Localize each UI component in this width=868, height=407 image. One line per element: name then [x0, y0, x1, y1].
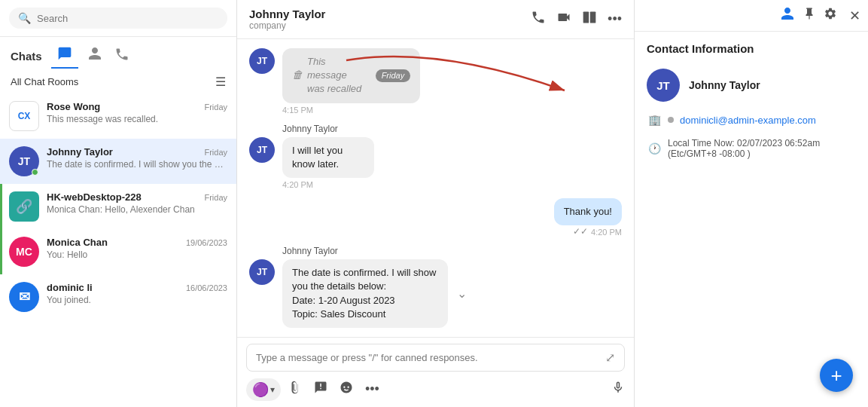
accent-bar	[0, 184, 2, 229]
msg-bubble: Thank you!	[554, 198, 622, 225]
svg-rect-0	[583, 12, 589, 23]
chat-name: Rose Wong	[47, 101, 100, 112]
timezone: (Etc/GMT+8 -08:00 )	[668, 148, 751, 159]
chat-preview: You: Hello	[47, 249, 227, 260]
emoji-picker-icon[interactable]	[335, 378, 358, 401]
close-panel-button[interactable]: ✕	[849, 8, 860, 24]
call-icon[interactable]	[531, 10, 546, 29]
message-block: Johnny Taylor JT The date is confirmed. …	[249, 246, 622, 328]
right-panel-header: ✕	[635, 0, 868, 32]
list-item[interactable]: 🔗 HK-webDesktop-228 Friday Monica Chan: …	[0, 184, 236, 229]
msg-content: The date is confirmed. I will show you t…	[282, 259, 467, 328]
chat-info: HK-webDesktop-228 Friday Monica Chan: He…	[47, 191, 227, 215]
chat-preview: Monica Chan: Hello, Alexender Chan	[47, 204, 227, 215]
emoji-icon: 🟣	[252, 381, 269, 398]
expand-message-button[interactable]: ⌄	[457, 286, 467, 301]
msg-sender: Johnny Taylor	[249, 124, 338, 134]
avatar: CX	[9, 101, 39, 131]
video-icon[interactable]	[556, 10, 571, 29]
online-dot	[32, 169, 38, 176]
svg-rect-1	[590, 12, 596, 23]
avatar: 🔗	[9, 191, 39, 222]
search-wrap[interactable]: 🔍	[9, 8, 227, 29]
input-toolbar: 🟣 ▾ •••	[246, 378, 625, 401]
chat-name: HK-webDesktop-228	[47, 191, 142, 203]
trash-icon: 🗑	[292, 68, 303, 83]
chat-header: Johnny Taylor company •••	[237, 0, 634, 39]
contact-name: Johnny Taylor	[689, 79, 760, 91]
panel-title: Contact Information	[635, 32, 868, 63]
msg-bubble: I will let you know later.	[282, 137, 374, 178]
chat-time: 16/06/2023	[186, 283, 227, 292]
clock-icon: 🕐	[647, 142, 662, 155]
list-item[interactable]: ✉ dominic li 16/06/2023 You joined.	[0, 274, 236, 320]
contact-avatar: JT	[647, 69, 680, 102]
attachment-icon[interactable]	[284, 378, 306, 401]
chat-time: Friday	[204, 193, 227, 202]
input-box[interactable]: ⤢	[246, 344, 625, 372]
chat-contact-sub: company	[249, 20, 325, 31]
msg-time: 4:20 PM	[591, 228, 622, 237]
chat-info: dominic li 16/06/2023 You joined.	[47, 282, 227, 305]
settings-icon[interactable]	[824, 7, 837, 24]
more-toolbar-icon[interactable]: •••	[361, 378, 384, 400]
chat-header-actions: •••	[531, 10, 622, 29]
accent-bar	[0, 229, 2, 274]
message-block: Thank you! ✓✓ 4:20 PM	[249, 198, 622, 237]
check-icon: ✓✓	[573, 226, 588, 237]
building-icon: 🏢	[647, 114, 662, 126]
filter-icon[interactable]: ☰	[215, 75, 226, 89]
local-time: Local Time Now: 02/07/2023 06:52am (Etc/…	[668, 138, 820, 159]
chat-preview: The date is confirmed. I will show you t…	[47, 159, 227, 170]
chat-preview: You joined.	[47, 295, 227, 305]
chat-main: Johnny Taylor company ••• JT 🗑	[237, 0, 635, 407]
list-item[interactable]: JT Johnny Taylor Friday The date is conf…	[0, 139, 236, 184]
expand-input-icon[interactable]: ⤢	[605, 350, 615, 365]
tab-chat-icon[interactable]	[51, 43, 78, 69]
chat-info: Johnny Taylor Friday The date is confirm…	[47, 146, 227, 170]
msg-content: I will let you know later. 4:20 PM	[282, 137, 374, 189]
msg-with-avatar: JT The date is confirmed. I will show yo…	[249, 259, 557, 328]
new-chat-button[interactable]: +	[820, 359, 853, 392]
microphone-icon[interactable]	[611, 381, 625, 398]
emoji-button[interactable]: 🟣 ▾	[246, 378, 281, 401]
chat-time: 19/06/2023	[186, 238, 227, 247]
search-icon: 🔍	[18, 12, 31, 24]
msg-with-avatar: JT I will let you know later. 4:20 PM	[249, 137, 402, 189]
tab-phone-icon[interactable]	[114, 47, 129, 65]
chat-name: Monica Chan	[47, 237, 108, 248]
message-block: Johnny Taylor JT I will let you know lat…	[249, 124, 622, 189]
search-input[interactable]	[37, 13, 218, 24]
contact-info-panel-icon[interactable]	[780, 6, 795, 25]
emoji-dropdown-arrow: ▾	[270, 384, 275, 395]
chat-list: CX Rose Wong Friday This message was rec…	[0, 93, 236, 407]
message-input[interactable]	[256, 352, 605, 363]
msg-time: 4:20 PM	[282, 180, 374, 189]
chat-time: Friday	[204, 103, 227, 112]
chat-time: Friday	[204, 148, 227, 157]
tab-contacts-icon[interactable]	[81, 43, 108, 69]
right-panel: ✕ Contact Information JT Johnny Taylor 🏢…	[635, 0, 868, 407]
pin-icon[interactable]	[803, 7, 816, 24]
layout-icon[interactable]	[582, 10, 597, 29]
msg-time: 4:15 PM	[282, 106, 420, 115]
note-icon[interactable]	[309, 378, 332, 401]
chat-name: dominic li	[47, 282, 93, 293]
list-item[interactable]: CX Rose Wong Friday This message was rec…	[0, 93, 236, 139]
search-bar: 🔍	[0, 0, 236, 37]
messages-area: JT 🗑 This message was recalled Friday 4:…	[237, 39, 634, 337]
message-input-area: ⤢ 🟣 ▾ •••	[237, 337, 634, 407]
msg-with-avatar: JT 🗑 This message was recalled Friday 4:…	[249, 48, 479, 115]
message-block: JT 🗑 This message was recalled Friday 4:…	[249, 48, 622, 115]
contact-email: dominicli@admin-example.com	[680, 115, 816, 126]
avatar: ✉	[9, 282, 39, 312]
local-time-value: 02/07/2023 06:52am	[737, 138, 820, 148]
list-item[interactable]: MC Monica Chan 19/06/2023 You: Hello	[0, 229, 236, 274]
msg-sender: Johnny Taylor	[249, 246, 338, 256]
chat-info: Monica Chan 19/06/2023 You: Hello	[47, 237, 227, 260]
more-options-icon[interactable]: •••	[608, 11, 622, 27]
local-time-label: Local Time Now:	[668, 138, 735, 148]
avatar: JT	[249, 137, 275, 163]
all-chat-rooms-label: All Chat Rooms	[11, 76, 78, 87]
time-row: 🕐 Local Time Now: 02/07/2023 06:52am (Et…	[635, 132, 868, 165]
